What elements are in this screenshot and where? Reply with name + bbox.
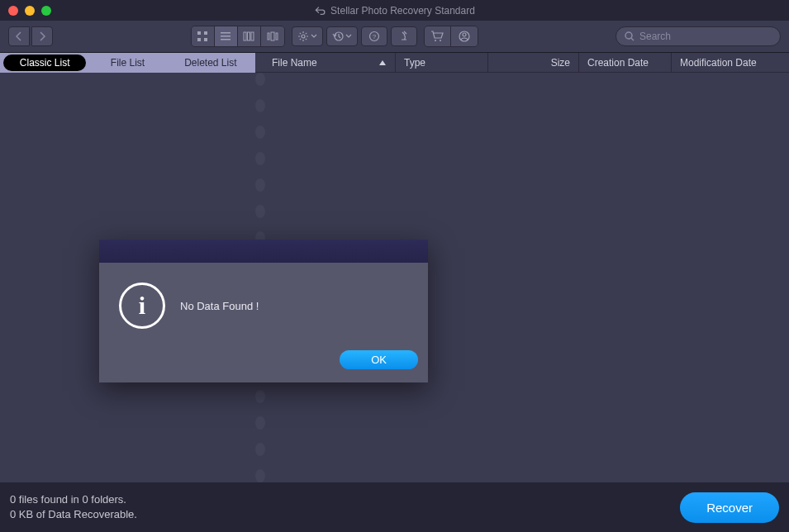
svg-point-20 (463, 33, 466, 36)
svg-rect-6 (221, 39, 231, 40)
svg-rect-9 (251, 32, 254, 40)
minimize-window[interactable] (25, 6, 35, 16)
tool-group: ? (292, 26, 417, 46)
microscope-icon (398, 31, 410, 42)
search-icon (625, 31, 635, 41)
svg-rect-0 (197, 31, 201, 35)
column-view-button[interactable] (238, 26, 261, 46)
info-icon: i (119, 283, 165, 329)
svg-line-22 (631, 38, 634, 40)
cart-icon (430, 31, 444, 42)
chevron-right-icon (38, 31, 46, 41)
table-row (255, 430, 789, 443)
table-header: File Name Type Size Creation Date Modifi… (255, 53, 789, 73)
dialog-footer: OK (99, 342, 428, 382)
svg-text:?: ? (372, 33, 376, 40)
chevron-down-icon (311, 34, 317, 39)
account-group (424, 26, 478, 47)
column-modification[interactable]: Modification Date (672, 53, 789, 72)
svg-point-21 (625, 32, 632, 39)
status-text: 0 files found in 0 folders. 0 KB of Data… (10, 492, 137, 522)
history-button[interactable] (326, 26, 358, 46)
gallery-view-button[interactable] (261, 26, 284, 46)
column-size[interactable]: Size (488, 53, 579, 72)
dialog-titlebar[interactable] (99, 240, 428, 263)
list-icon (220, 31, 231, 42)
table-row (255, 165, 789, 178)
list-view-button[interactable] (215, 26, 238, 46)
settings-button[interactable] (292, 26, 323, 46)
window-title: Stellar Photo Recovery Standard (314, 5, 475, 17)
column-label: Type (404, 57, 425, 69)
search-box[interactable] (616, 26, 781, 46)
close-window[interactable] (8, 6, 18, 16)
help-button[interactable]: ? (361, 26, 387, 46)
chevron-left-icon (15, 31, 23, 41)
table-row (255, 403, 789, 416)
back-arrow-icon (314, 5, 326, 17)
svg-rect-2 (197, 38, 201, 41)
svg-rect-11 (271, 32, 274, 40)
app-title: Stellar Photo Recovery Standard (330, 5, 475, 17)
tab-file-list[interactable]: File List (86, 55, 169, 71)
titlebar: Stellar Photo Recovery Standard (0, 0, 789, 21)
table-row (255, 192, 789, 205)
table-row (255, 443, 265, 456)
column-creation[interactable]: Creation Date (579, 53, 672, 72)
table-row (255, 99, 265, 112)
chevron-down-icon (345, 34, 352, 39)
column-type[interactable]: Type (396, 53, 488, 72)
tab-deleted-list[interactable]: Deleted List (169, 55, 252, 71)
dialog-body: i No Data Found ! (99, 263, 428, 342)
search-input[interactable] (639, 31, 772, 42)
table-row (255, 73, 265, 86)
table-row (255, 112, 789, 126)
table-row (255, 456, 789, 469)
list-tabs: Classic List File List Deleted List (0, 53, 255, 73)
grid-view-button[interactable] (192, 26, 215, 46)
column-label: Size (551, 57, 570, 69)
svg-point-13 (302, 35, 305, 38)
back-button[interactable] (8, 26, 30, 46)
svg-rect-1 (204, 31, 207, 35)
table-row (255, 152, 265, 165)
table-row (255, 86, 789, 99)
table-row (255, 139, 789, 152)
columns-icon (243, 31, 254, 42)
status-line-size: 0 KB of Data Recoverable. (10, 507, 137, 522)
table-row (255, 205, 265, 218)
forward-button[interactable] (31, 26, 53, 46)
recover-button[interactable]: Recover (680, 492, 779, 523)
window-controls (8, 6, 51, 16)
svg-point-17 (435, 40, 436, 41)
gallery-icon (267, 31, 278, 42)
column-label: Creation Date (587, 57, 649, 69)
table-row (255, 126, 265, 139)
svg-rect-4 (221, 32, 231, 34)
svg-rect-3 (204, 38, 207, 41)
history-icon (332, 31, 344, 42)
column-filename[interactable]: File Name (255, 53, 396, 72)
svg-rect-8 (248, 32, 250, 40)
column-label: File Name (272, 57, 317, 69)
svg-rect-10 (268, 33, 269, 40)
ok-button[interactable]: OK (340, 350, 418, 369)
status-line-files: 0 files found in 0 folders. (10, 492, 137, 507)
column-label: Modification Date (680, 57, 757, 69)
view-mode-group (191, 26, 285, 47)
svg-rect-7 (244, 32, 246, 40)
user-button[interactable] (451, 26, 478, 46)
cart-button[interactable] (425, 26, 451, 46)
sort-asc-icon (378, 59, 387, 66)
search-tool-button[interactable] (391, 26, 417, 46)
maximize-window[interactable] (41, 6, 51, 16)
svg-point-18 (440, 40, 441, 41)
gear-icon (297, 31, 309, 42)
table-row (255, 416, 265, 430)
tab-classic-list[interactable]: Classic List (3, 55, 86, 71)
table-row (255, 178, 265, 192)
grid-icon (197, 31, 208, 42)
dialog-message: No Data Found ! (180, 300, 259, 312)
table-row (255, 218, 789, 231)
nav-group (8, 26, 53, 46)
